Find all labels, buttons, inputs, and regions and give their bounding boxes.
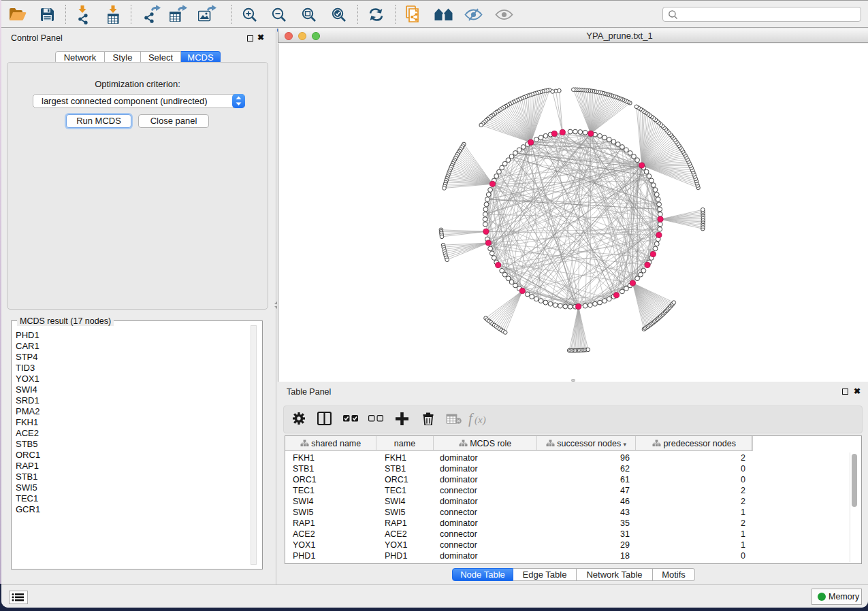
svg-text:f: f bbox=[468, 410, 475, 427]
svg-text:(x): (x) bbox=[475, 414, 486, 426]
